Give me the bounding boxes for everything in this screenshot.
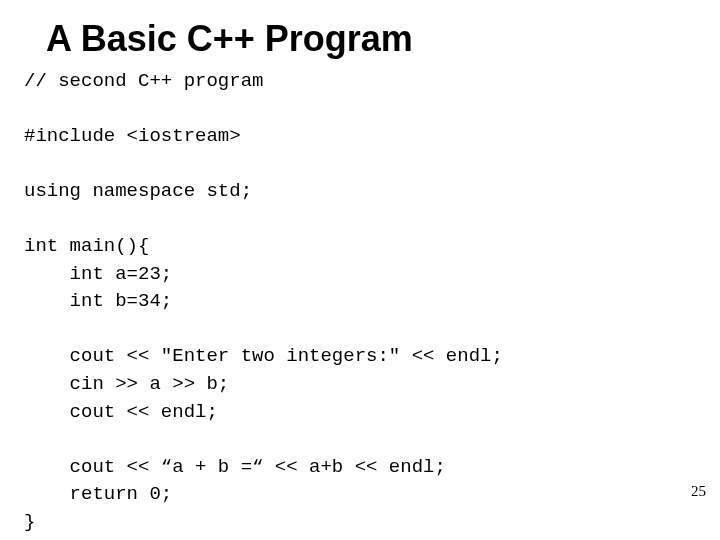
code-line: int b=34; [24, 290, 172, 312]
page-number: 25 [691, 483, 706, 500]
code-line: int a=23; [24, 263, 172, 285]
code-line: #include <iostream> [24, 125, 241, 147]
slide: A Basic C++ Program // second C++ progra… [0, 0, 720, 540]
code-line: using namespace std; [24, 180, 252, 202]
code-line: cout << “a + b =“ << a+b << endl; [24, 456, 446, 478]
code-line: cout << endl; [24, 401, 218, 423]
code-block: // second C++ program #include <iostream… [24, 68, 696, 536]
code-line: cin >> a >> b; [24, 373, 229, 395]
code-line: cout << "Enter two integers:" << endl; [24, 345, 503, 367]
code-line: } [24, 511, 35, 533]
code-line: // second C++ program [24, 70, 263, 92]
slide-title: A Basic C++ Program [46, 18, 696, 60]
code-line: return 0; [24, 483, 172, 505]
code-line: int main(){ [24, 235, 149, 257]
